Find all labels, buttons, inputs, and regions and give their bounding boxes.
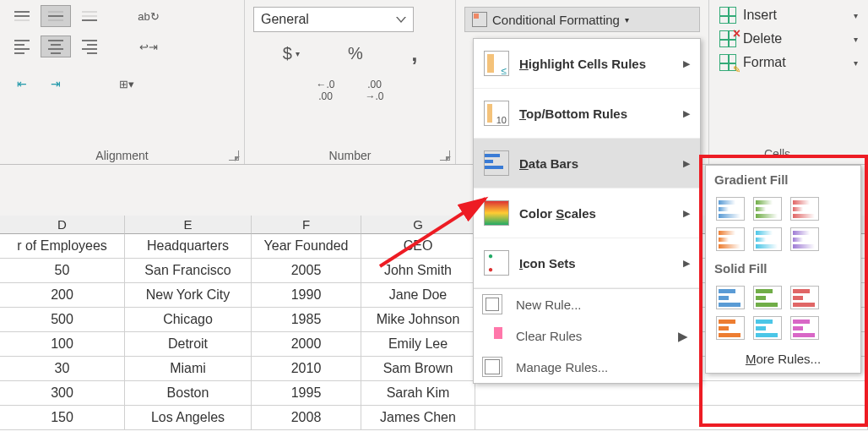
cell-header-F[interactable]: Year Founded xyxy=(252,234,361,259)
conditional-formatting-button[interactable]: Conditional Formatting ▾ xyxy=(464,7,700,32)
cell[interactable]: Jane Doe xyxy=(361,283,475,308)
menu-data-bars[interactable]: Data Bars ▶ xyxy=(474,139,700,188)
gradient-red[interactable] xyxy=(790,197,819,221)
delete-icon: × xyxy=(719,30,736,47)
col-header-D[interactable]: D xyxy=(0,216,125,234)
cell[interactable]: Sarah Kim xyxy=(361,381,475,406)
format-icon: ✎ xyxy=(719,54,736,71)
gradient-lightblue[interactable] xyxy=(753,227,782,251)
cell[interactable]: 300 xyxy=(0,381,125,406)
cell[interactable]: 2005 xyxy=(252,259,361,283)
col-header-F[interactable]: F xyxy=(252,216,361,234)
cell[interactable]: James Chen xyxy=(361,406,475,430)
gradient-purple[interactable] xyxy=(790,227,819,251)
merge-cells[interactable]: ⊞▾ xyxy=(108,73,145,95)
cell[interactable] xyxy=(475,406,868,430)
more-rules[interactable]: More Rules... xyxy=(706,343,860,369)
number-group-label: Number xyxy=(245,149,455,162)
align-bottom[interactable] xyxy=(74,5,105,27)
alignment-dialog-launcher[interactable] xyxy=(229,150,239,161)
increase-decimal[interactable]: ←.0.00 xyxy=(316,79,334,102)
solid-fill-header: Solid Fill xyxy=(706,254,860,282)
cell[interactable]: Detroit xyxy=(125,332,252,357)
col-header-E[interactable]: E xyxy=(125,216,252,234)
icon-sets-icon xyxy=(484,250,509,276)
cells-group-label: Cells xyxy=(764,147,790,161)
alignment-group-label: Alignment xyxy=(0,149,244,162)
decrease-indent[interactable]: ⇤ xyxy=(7,73,37,95)
menu-color-scales[interactable]: Color Scales ▶ xyxy=(474,188,700,238)
cell[interactable]: Boston xyxy=(125,381,252,406)
align-top[interactable] xyxy=(7,5,37,27)
conditional-formatting-icon xyxy=(472,12,487,27)
table-row: 150 Los Angeles 2008 James Chen xyxy=(0,406,868,430)
cell[interactable]: 1990 xyxy=(252,283,361,308)
cell[interactable]: Chicago xyxy=(125,308,252,332)
solid-purple[interactable] xyxy=(790,316,819,340)
align-center[interactable] xyxy=(41,36,71,57)
solid-lightblue[interactable] xyxy=(753,316,782,340)
increase-indent[interactable]: ⇥ xyxy=(41,73,71,95)
data-bars-submenu: Gradient Fill Solid Fill More Rules... xyxy=(705,165,861,374)
cell[interactable]: 1985 xyxy=(252,308,361,332)
currency-button[interactable]: $▾ xyxy=(278,39,305,68)
cell[interactable]: 30 xyxy=(0,357,125,381)
menu-top-bottom[interactable]: Top/Bottom Rules ▶ xyxy=(474,89,700,139)
align-middle[interactable] xyxy=(41,5,71,27)
decrease-decimal[interactable]: .00→.0 xyxy=(366,79,384,102)
chevron-down-icon xyxy=(396,17,406,23)
new-rule-icon xyxy=(482,294,502,314)
data-bars-icon xyxy=(484,150,509,176)
solid-green[interactable] xyxy=(753,286,782,309)
cell[interactable]: 200 xyxy=(0,283,125,308)
insert-button[interactable]: Insert ▾ xyxy=(714,3,863,27)
gradient-green[interactable] xyxy=(753,197,782,221)
solid-red[interactable] xyxy=(790,286,819,309)
cell[interactable]: 1995 xyxy=(252,381,361,406)
top-bottom-icon xyxy=(484,101,509,126)
align-right[interactable] xyxy=(74,36,105,57)
menu-clear-rules[interactable]: Clear Rules▶ xyxy=(474,320,700,352)
cell-header-D[interactable]: r of Employees xyxy=(0,234,125,259)
gradient-orange[interactable] xyxy=(716,227,745,251)
number-dialog-launcher[interactable] xyxy=(440,150,450,161)
cell[interactable]: 50 xyxy=(0,259,125,283)
menu-highlight-cells[interactable]: Highlight Cells Rules ▶ xyxy=(474,39,700,89)
menu-manage-rules[interactable]: Manage Rules... xyxy=(474,352,700,383)
comma-button[interactable]: , xyxy=(406,39,422,68)
cell[interactable]: 2000 xyxy=(252,332,361,357)
cell-header-G[interactable]: CEO xyxy=(361,234,475,259)
cell[interactable]: New York City xyxy=(125,283,252,308)
orientation[interactable]: ab↻ xyxy=(130,5,167,27)
conditional-formatting-menu: Highlight Cells Rules ▶ Top/Bottom Rules… xyxy=(473,38,701,384)
cell[interactable]: San Francisco xyxy=(125,259,252,283)
delete-button[interactable]: × Delete ▾ xyxy=(714,27,863,51)
col-header-G[interactable]: G xyxy=(361,216,475,234)
cell[interactable]: 100 xyxy=(0,332,125,357)
cell[interactable]: Miami xyxy=(125,357,252,381)
cell-header-E[interactable]: Headquarters xyxy=(125,234,252,259)
wrap-text[interactable]: ↩⇥ xyxy=(130,36,167,57)
cell[interactable]: 500 xyxy=(0,308,125,332)
cell[interactable]: 2008 xyxy=(252,406,361,430)
cell[interactable]: 2010 xyxy=(252,357,361,381)
clear-rules-icon xyxy=(482,325,502,346)
cell[interactable]: Sam Brown xyxy=(361,357,475,381)
percent-button[interactable]: % xyxy=(343,39,368,68)
cell[interactable]: 150 xyxy=(0,406,125,430)
number-format-dropdown[interactable]: General xyxy=(253,7,414,32)
cell[interactable]: Emily Lee xyxy=(361,332,475,357)
gradient-blue[interactable] xyxy=(716,197,745,221)
solid-orange[interactable] xyxy=(716,316,745,340)
menu-new-rule[interactable]: New Rule... xyxy=(474,289,700,320)
format-button[interactable]: ✎ Format ▾ xyxy=(714,51,863,74)
cell[interactable]: John Smith xyxy=(361,259,475,283)
solid-blue[interactable] xyxy=(716,286,745,309)
manage-rules-icon xyxy=(482,357,502,377)
cell[interactable]: Los Angeles xyxy=(125,406,252,430)
highlight-cells-icon xyxy=(484,51,509,76)
cell[interactable]: Mike Johnson xyxy=(361,308,475,332)
align-left[interactable] xyxy=(7,36,37,57)
cell[interactable] xyxy=(475,381,868,406)
menu-icon-sets[interactable]: Icon Sets ▶ xyxy=(474,238,700,288)
